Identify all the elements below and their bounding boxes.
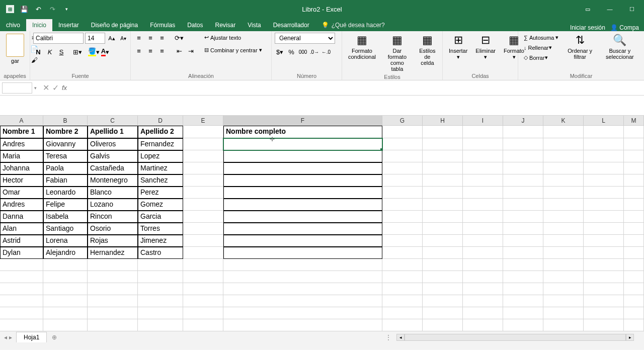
cell-C12[interactable] [88, 259, 138, 271]
fill-color-icon[interactable]: 🪣▾ [89, 47, 99, 57]
format-table-button[interactable]: ▦ Dar formato como tabla [381, 33, 414, 73]
cell-A15[interactable] [0, 295, 43, 307]
cell-E4[interactable] [183, 162, 223, 174]
col-header-D[interactable]: D [138, 116, 183, 126]
cell-M13[interactable] [624, 271, 644, 283]
cell-M10[interactable] [624, 235, 644, 247]
cell-M15[interactable] [624, 295, 644, 307]
row-12[interactable] [0, 259, 644, 271]
row-15[interactable] [0, 295, 644, 307]
cell-B1[interactable]: Nombre 2 [43, 126, 88, 138]
cell-G10[interactable] [382, 235, 423, 247]
cell-L7[interactable] [584, 199, 624, 211]
cell-L16[interactable] [584, 307, 624, 319]
cell-F6[interactable] [223, 187, 382, 199]
cell-A7[interactable]: Andres [0, 199, 43, 211]
cell-C6[interactable]: Blanco [88, 187, 138, 199]
cell-G14[interactable] [382, 283, 423, 295]
cell-D5[interactable]: Sanchez [138, 174, 183, 187]
cell-H9[interactable] [423, 223, 463, 235]
cell-H10[interactable] [423, 235, 463, 247]
cell-J12[interactable] [503, 259, 543, 271]
cell-E13[interactable] [183, 271, 223, 283]
col-header-G[interactable]: G [382, 116, 423, 126]
cell-G1[interactable] [382, 126, 423, 138]
cell-H15[interactable] [423, 295, 463, 307]
cell-D13[interactable] [138, 271, 183, 283]
cell-K8[interactable] [543, 211, 584, 223]
col-header-B[interactable]: B [43, 116, 88, 126]
cell-D9[interactable]: Torres [138, 223, 183, 235]
scroll-left-icon[interactable]: ◂ [396, 334, 405, 341]
italic-button[interactable]: K [45, 47, 55, 57]
cell-A10[interactable]: Astrid [0, 235, 43, 247]
col-header-H[interactable]: H [423, 116, 463, 126]
font-size-select[interactable] [85, 33, 105, 44]
row-10[interactable]: AstridLorenaRojasJimenez [0, 235, 644, 247]
cell-I13[interactable] [463, 271, 503, 283]
cell-I7[interactable] [463, 199, 503, 211]
cell-M6[interactable] [624, 187, 644, 199]
cell-A12[interactable] [0, 259, 43, 271]
cell-B2[interactable]: Giovanny [43, 138, 88, 150]
minimize-icon[interactable]: — [602, 2, 618, 16]
cell-C17[interactable] [88, 319, 138, 331]
col-header-I[interactable]: I [463, 116, 503, 126]
cell-B9[interactable]: Santiago [43, 223, 88, 235]
formula-input[interactable] [71, 82, 644, 94]
cell-B15[interactable] [43, 295, 88, 307]
cell-I5[interactable] [463, 174, 503, 187]
tab-datos[interactable]: Datos [181, 19, 209, 31]
merge-center-button[interactable]: ⊟ Combinar y centrar ▾ [202, 45, 265, 55]
cell-D11[interactable]: Castro [138, 247, 183, 259]
increase-font-icon[interactable]: A▴ [107, 33, 117, 43]
horizontal-scrollbar[interactable] [405, 334, 626, 341]
cell-M5[interactable] [624, 174, 644, 187]
cell-H14[interactable] [423, 283, 463, 295]
cell-E9[interactable] [183, 223, 223, 235]
cell-D10[interactable]: Jimenez [138, 235, 183, 247]
cell-C13[interactable] [88, 271, 138, 283]
align-left-icon[interactable]: ≡ [134, 46, 144, 56]
cell-B17[interactable] [43, 319, 88, 331]
cell-L15[interactable] [584, 295, 624, 307]
cell-styles-button[interactable]: ▦ Estilos de celda [416, 33, 439, 67]
share-button[interactable]: 👤 Compa [610, 24, 639, 31]
cell-F11[interactable] [223, 247, 382, 259]
cell-A16[interactable] [0, 307, 43, 319]
cell-J11[interactable] [503, 247, 543, 259]
row-16[interactable] [0, 307, 644, 319]
cell-G6[interactable] [382, 187, 423, 199]
tab-insertar[interactable]: Insertar [52, 19, 85, 31]
cell-B13[interactable] [43, 271, 88, 283]
cell-M12[interactable] [624, 259, 644, 271]
cell-G12[interactable] [382, 259, 423, 271]
cell-F14[interactable] [223, 283, 382, 295]
cell-K5[interactable] [543, 174, 584, 187]
cell-C8[interactable]: Rincon [88, 211, 138, 223]
cell-L3[interactable] [584, 150, 624, 162]
cell-A17[interactable] [0, 319, 43, 331]
cell-F8[interactable] [223, 211, 382, 223]
signin-link[interactable]: Iniciar sesión [570, 24, 605, 31]
cell-A6[interactable]: Omar [0, 187, 43, 199]
cell-K4[interactable] [543, 162, 584, 174]
cell-C2[interactable]: Oliveros [88, 138, 138, 150]
row-14[interactable] [0, 283, 644, 295]
align-bottom-icon[interactable]: ≡ [157, 33, 167, 43]
cell-K17[interactable] [543, 319, 584, 331]
cell-K11[interactable] [543, 247, 584, 259]
cell-C5[interactable]: Montenegro [88, 174, 138, 187]
cell-I12[interactable] [463, 259, 503, 271]
cell-K9[interactable] [543, 223, 584, 235]
fill-button[interactable]: ↓ Rellenar▾ [521, 43, 561, 52]
column-headers[interactable]: A B C D E F G H I J K L M [0, 116, 644, 126]
cell-I16[interactable] [463, 307, 503, 319]
cancel-icon[interactable]: ✕ [43, 83, 49, 93]
cell-B4[interactable]: Paola [43, 162, 88, 174]
cell-E14[interactable] [183, 283, 223, 295]
cell-I8[interactable] [463, 211, 503, 223]
row-7[interactable]: AndresFelipeLozanoGomez [0, 199, 644, 211]
name-box[interactable] [2, 82, 32, 94]
cell-D2[interactable]: Fernandez [138, 138, 183, 150]
